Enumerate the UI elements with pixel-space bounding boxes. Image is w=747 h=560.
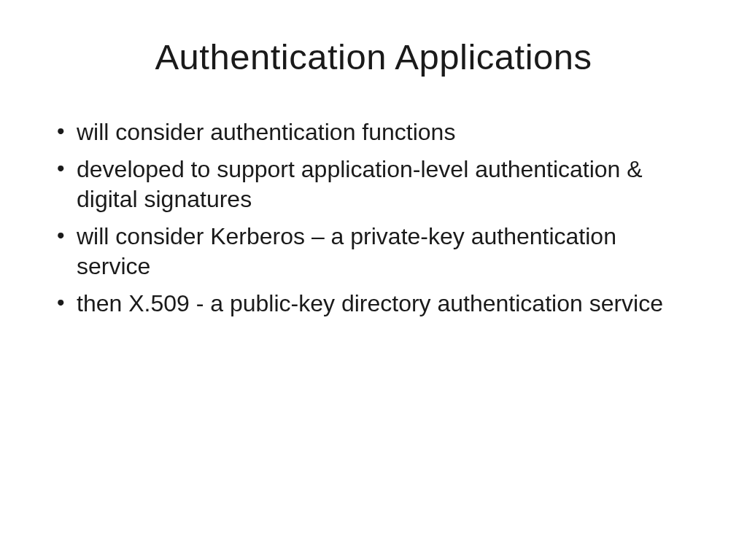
bullet-list: will consider authentication functions d… <box>51 117 696 319</box>
list-item: developed to support application-level a… <box>51 155 696 214</box>
list-item: will consider Kerberos – a private-key a… <box>51 222 696 281</box>
list-item: then X.509 - a public-key directory auth… <box>51 289 696 319</box>
slide-title: Authentication Applications <box>51 36 696 77</box>
slide-container: Authentication Applications will conside… <box>0 0 747 560</box>
list-item: will consider authentication functions <box>51 117 696 147</box>
